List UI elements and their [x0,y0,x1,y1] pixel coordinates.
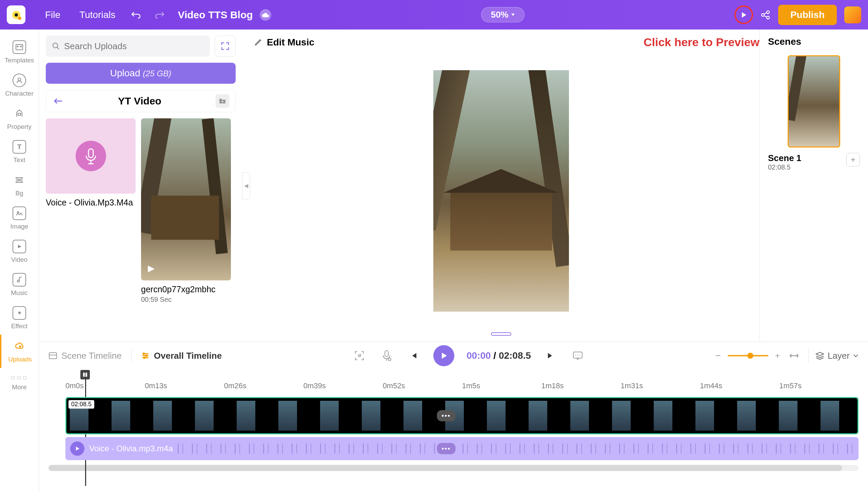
redo-button[interactable] [153,8,166,22]
layer-select[interactable]: Layer [815,351,859,361]
svg-point-2 [18,17,21,20]
svg-point-7 [17,46,18,47]
resize-handle[interactable] [491,332,511,336]
zoom-level-select[interactable]: 50% [481,7,525,22]
audio-clip-name: Voice - Olivia.mp3.m4a [89,444,173,453]
scene-thumbnail[interactable] [788,55,840,147]
tutorials-menu[interactable]: Tutorials [70,9,125,20]
skip-prev-button[interactable] [406,348,421,363]
property-icon [13,107,26,120]
sidebar-item-effect[interactable]: ✦Effect [0,301,39,335]
uploads-panel: Upload (25 GB) YT Video Voice - Olivia.M… [39,29,242,342]
ruler-tick: 0m39s [303,381,383,390]
templates-icon [13,40,26,54]
video-preview[interactable] [433,70,569,312]
add-folder-button[interactable] [216,94,229,108]
audio-track[interactable]: Voice - Olivia.mp3.m4a ••• [65,437,859,460]
sidebar-item-video[interactable]: Video [0,235,39,268]
playhead-handle[interactable] [80,369,91,380]
search-uploads-input[interactable] [46,36,210,57]
timeline-ruler[interactable]: 0m0s 0m13s 0m26s 0m39s 0m52s 1m5s 1m18s … [48,369,859,394]
ruler-tick: 0m13s [145,381,224,390]
microphone-icon [76,141,106,171]
left-sidebar: Templates Character Property TText Bg Im… [0,29,39,492]
sidebar-item-character[interactable]: Character [0,69,39,102]
pencil-icon [254,38,262,46]
more-icon: ○○○ [11,373,28,382]
clip-options-button[interactable]: ••• [437,410,455,421]
sidebar-item-more[interactable]: ○○○More [0,368,39,396]
skip-next-button[interactable] [543,348,558,363]
comment-button[interactable] [570,348,585,363]
expand-panel-button[interactable] [215,36,236,57]
play-button[interactable] [433,345,454,366]
project-title[interactable]: Video TTS Blog [178,9,253,21]
ruler-tick: 0m52s [383,381,462,390]
record-voice-button[interactable] [379,348,394,363]
sidebar-item-text[interactable]: TText [0,135,39,169]
asset-item-audio[interactable]: Voice - Olivia.Mp3.M4a [46,118,136,303]
layer-label: Layer [828,351,850,361]
canvas-area: ◀ Edit Music Click here to Preview [242,29,760,342]
panel-title: Edit Music [267,37,314,48]
tab-overall-timeline[interactable]: Overall Timeline [141,351,222,361]
share-button[interactable] [761,10,771,20]
scene-duration: 02:08.5 [768,163,801,171]
preview-button[interactable] [734,5,753,24]
sidebar-item-uploads[interactable]: Uploads [0,335,39,368]
publish-button[interactable]: Publish [778,5,837,25]
video-track[interactable]: 02:08.5 ••• [65,397,859,434]
cloud-sync-icon [260,9,271,21]
camera-focus-button[interactable] [352,348,367,363]
sidebar-item-music[interactable]: Music [0,268,39,301]
timeline: Scene Timeline Overall Timeline 00:00 / … [39,342,868,492]
user-avatar[interactable] [844,6,861,23]
effect-icon: ✦ [13,306,26,320]
timeline-zoom-slider[interactable] [728,355,768,356]
scenes-panel: Scenes Scene 1 02:08.5 + [760,29,868,342]
svg-rect-18 [385,351,388,357]
folder-plus-icon [219,98,226,104]
tab-scene-timeline[interactable]: Scene Timeline [48,351,122,361]
timeline-scrollbar[interactable] [48,465,859,471]
audio-thumbnail [46,118,136,194]
file-menu[interactable]: File [36,9,70,20]
fit-width-button[interactable] [787,348,802,363]
svg-point-16 [144,357,145,358]
sidebar-label: More [12,383,26,391]
sidebar-label: Image [11,223,28,230]
undo-button[interactable] [130,8,143,22]
bg-icon [13,173,26,187]
sidebar-item-property[interactable]: Property [0,102,39,135]
svg-rect-12 [88,149,93,158]
character-icon [13,74,26,87]
audio-play-button[interactable] [70,441,84,456]
zoom-out-button[interactable]: − [715,350,721,361]
ruler-tick: 1m57s [779,381,859,390]
asset-name: Voice - Olivia.Mp3.M4a [46,198,136,208]
zoom-in-button[interactable]: + [775,351,780,360]
search-icon [52,42,60,50]
svg-rect-6 [16,44,23,50]
svg-point-11 [53,43,58,48]
svg-point-10 [17,212,19,213]
overall-timeline-icon [141,352,150,359]
upload-button[interactable]: Upload (25 GB) [46,63,236,84]
folder-back-button[interactable] [52,95,64,107]
asset-item-video[interactable]: ▶ gercn0p77xg2mbhc 00:59 Sec [141,118,231,303]
add-scene-button[interactable]: + [846,153,860,166]
asset-duration: 00:59 Sec [141,296,231,303]
uploads-icon [13,339,27,353]
asset-name: gercn0p77xg2mbhc [141,284,231,294]
sidebar-label: Templates [5,57,34,64]
sidebar-item-image[interactable]: Image [0,202,39,235]
audio-options-button[interactable]: ••• [437,443,455,454]
sidebar-item-templates[interactable]: Templates [0,36,39,69]
tab-label: Overall Timeline [154,351,222,361]
svg-point-4 [767,11,769,14]
app-logo[interactable] [7,5,25,24]
image-icon [13,206,26,220]
sidebar-item-bg[interactable]: Bg [0,169,39,202]
sidebar-label: Music [11,289,28,297]
layer-icon [815,352,824,360]
